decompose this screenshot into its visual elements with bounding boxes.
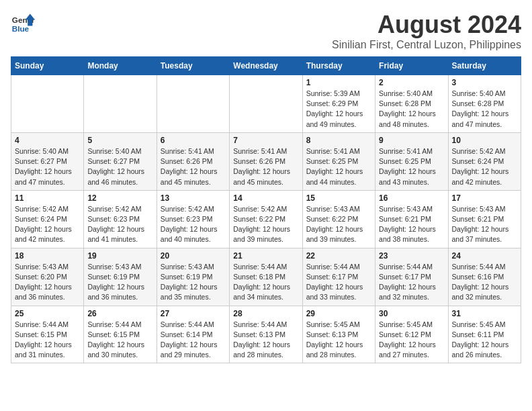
day-info: Sunrise: 5:41 AMSunset: 6:26 PMDaylight:… <box>233 146 298 187</box>
day-info: Sunrise: 5:42 AMSunset: 6:23 PMDaylight:… <box>161 204 226 245</box>
day-info: Sunrise: 5:45 AMSunset: 6:11 PMDaylight:… <box>452 320 517 361</box>
calendar-cell: 3Sunrise: 5:40 AMSunset: 6:28 PMDaylight… <box>448 75 521 133</box>
calendar-cell: 5Sunrise: 5:40 AMSunset: 6:27 PMDaylight… <box>84 132 157 190</box>
calendar-cell: 31Sunrise: 5:45 AMSunset: 6:11 PMDayligh… <box>448 306 521 363</box>
day-number: 2 <box>379 78 444 87</box>
svg-text:Blue: Blue <box>12 24 30 33</box>
day-info: Sunrise: 5:41 AMSunset: 6:25 PMDaylight:… <box>379 146 444 187</box>
calendar-cell: 22Sunrise: 5:44 AMSunset: 6:17 PMDayligh… <box>302 248 375 306</box>
day-number: 19 <box>87 251 152 261</box>
day-info: Sunrise: 5:40 AMSunset: 6:28 PMDaylight:… <box>452 89 517 130</box>
day-info: Sunrise: 5:42 AMSunset: 6:24 PMDaylight:… <box>15 204 80 245</box>
day-info: Sunrise: 5:40 AMSunset: 6:27 PMDaylight:… <box>87 146 152 187</box>
day-info: Sunrise: 5:40 AMSunset: 6:28 PMDaylight:… <box>379 89 444 130</box>
day-number: 14 <box>233 193 298 203</box>
day-number: 5 <box>87 136 152 145</box>
day-info: Sunrise: 5:43 AMSunset: 6:21 PMDaylight:… <box>379 204 444 245</box>
calendar-table: SundayMondayTuesdayWednesdayThursdayFrid… <box>11 56 521 363</box>
header-row: SundayMondayTuesdayWednesdayThursdayFrid… <box>11 57 521 75</box>
day-of-week-header: Monday <box>84 57 157 75</box>
logo: General Blue <box>11 11 35 35</box>
calendar-cell: 14Sunrise: 5:42 AMSunset: 6:22 PMDayligh… <box>230 190 302 248</box>
calendar-cell: 17Sunrise: 5:43 AMSunset: 6:21 PMDayligh… <box>448 190 521 248</box>
calendar-body: 1Sunrise: 5:39 AMSunset: 6:29 PMDaylight… <box>11 75 521 363</box>
calendar-cell <box>230 75 302 133</box>
day-number: 3 <box>452 78 517 87</box>
month-year: August 2024 <box>332 11 521 39</box>
calendar-cell: 13Sunrise: 5:42 AMSunset: 6:23 PMDayligh… <box>157 190 229 248</box>
calendar-header: SundayMondayTuesdayWednesdayThursdayFrid… <box>11 57 521 75</box>
day-number: 21 <box>233 251 298 261</box>
day-of-week-header: Saturday <box>448 57 521 75</box>
calendar-cell: 30Sunrise: 5:45 AMSunset: 6:12 PMDayligh… <box>375 306 448 363</box>
calendar-week-row: 4Sunrise: 5:40 AMSunset: 6:27 PMDaylight… <box>11 132 521 190</box>
day-number: 25 <box>15 309 80 318</box>
calendar-cell <box>84 75 157 133</box>
day-info: Sunrise: 5:43 AMSunset: 6:19 PMDaylight:… <box>87 262 152 303</box>
day-info: Sunrise: 5:43 AMSunset: 6:21 PMDaylight:… <box>452 204 517 245</box>
day-number: 26 <box>87 309 152 318</box>
day-info: Sunrise: 5:44 AMSunset: 6:13 PMDaylight:… <box>233 320 298 361</box>
calendar-cell <box>11 75 84 133</box>
day-number: 13 <box>161 193 226 203</box>
calendar-week-row: 11Sunrise: 5:42 AMSunset: 6:24 PMDayligh… <box>11 190 521 248</box>
day-number: 9 <box>379 136 444 145</box>
day-info: Sunrise: 5:44 AMSunset: 6:17 PMDaylight:… <box>379 262 444 303</box>
day-number: 16 <box>379 193 444 203</box>
day-info: Sunrise: 5:42 AMSunset: 6:24 PMDaylight:… <box>452 146 517 187</box>
calendar-cell: 12Sunrise: 5:42 AMSunset: 6:23 PMDayligh… <box>84 190 157 248</box>
calendar-cell: 1Sunrise: 5:39 AMSunset: 6:29 PMDaylight… <box>302 75 375 133</box>
day-number: 29 <box>306 309 371 318</box>
calendar-cell: 15Sunrise: 5:43 AMSunset: 6:22 PMDayligh… <box>302 190 375 248</box>
calendar-week-row: 1Sunrise: 5:39 AMSunset: 6:29 PMDaylight… <box>11 75 521 133</box>
day-of-week-header: Sunday <box>11 57 84 75</box>
calendar-cell: 19Sunrise: 5:43 AMSunset: 6:19 PMDayligh… <box>84 248 157 306</box>
day-info: Sunrise: 5:42 AMSunset: 6:23 PMDaylight:… <box>87 204 152 245</box>
calendar-cell: 9Sunrise: 5:41 AMSunset: 6:25 PMDaylight… <box>375 132 448 190</box>
calendar-cell: 11Sunrise: 5:42 AMSunset: 6:24 PMDayligh… <box>11 190 84 248</box>
day-info: Sunrise: 5:43 AMSunset: 6:19 PMDaylight:… <box>161 262 226 303</box>
day-number: 17 <box>452 193 517 203</box>
day-number: 7 <box>233 136 298 145</box>
calendar-cell: 27Sunrise: 5:44 AMSunset: 6:14 PMDayligh… <box>157 306 229 363</box>
logo-icon: General Blue <box>11 11 35 35</box>
calendar-week-row: 18Sunrise: 5:43 AMSunset: 6:20 PMDayligh… <box>11 248 521 306</box>
day-number: 24 <box>452 251 517 261</box>
day-info: Sunrise: 5:44 AMSunset: 6:18 PMDaylight:… <box>233 262 298 303</box>
calendar-cell: 21Sunrise: 5:44 AMSunset: 6:18 PMDayligh… <box>230 248 302 306</box>
calendar-cell: 24Sunrise: 5:44 AMSunset: 6:16 PMDayligh… <box>448 248 521 306</box>
calendar-cell: 16Sunrise: 5:43 AMSunset: 6:21 PMDayligh… <box>375 190 448 248</box>
calendar-cell: 28Sunrise: 5:44 AMSunset: 6:13 PMDayligh… <box>230 306 302 363</box>
page-header: General Blue August 2024 Sinilian First,… <box>11 11 521 51</box>
location: Sinilian First, Central Luzon, Philippin… <box>332 39 521 51</box>
day-number: 28 <box>233 309 298 318</box>
day-number: 10 <box>452 136 517 145</box>
day-info: Sunrise: 5:44 AMSunset: 6:15 PMDaylight:… <box>87 320 152 361</box>
day-info: Sunrise: 5:44 AMSunset: 6:17 PMDaylight:… <box>306 262 371 303</box>
day-number: 4 <box>15 136 80 145</box>
day-number: 15 <box>306 193 371 203</box>
calendar-cell: 7Sunrise: 5:41 AMSunset: 6:26 PMDaylight… <box>230 132 302 190</box>
day-info: Sunrise: 5:40 AMSunset: 6:27 PMDaylight:… <box>15 146 80 187</box>
calendar-cell: 18Sunrise: 5:43 AMSunset: 6:20 PMDayligh… <box>11 248 84 306</box>
day-info: Sunrise: 5:41 AMSunset: 6:26 PMDaylight:… <box>161 146 226 187</box>
day-number: 18 <box>15 251 80 261</box>
day-number: 31 <box>452 309 517 318</box>
day-number: 1 <box>306 78 371 87</box>
day-info: Sunrise: 5:42 AMSunset: 6:22 PMDaylight:… <box>233 204 298 245</box>
day-number: 12 <box>87 193 152 203</box>
calendar-cell: 2Sunrise: 5:40 AMSunset: 6:28 PMDaylight… <box>375 75 448 133</box>
day-number: 8 <box>306 136 371 145</box>
day-info: Sunrise: 5:44 AMSunset: 6:15 PMDaylight:… <box>15 320 80 361</box>
day-number: 30 <box>379 309 444 318</box>
calendar-cell: 8Sunrise: 5:41 AMSunset: 6:25 PMDaylight… <box>302 132 375 190</box>
day-info: Sunrise: 5:44 AMSunset: 6:14 PMDaylight:… <box>161 320 226 361</box>
calendar-cell: 20Sunrise: 5:43 AMSunset: 6:19 PMDayligh… <box>157 248 229 306</box>
day-number: 22 <box>306 251 371 261</box>
calendar-cell: 25Sunrise: 5:44 AMSunset: 6:15 PMDayligh… <box>11 306 84 363</box>
calendar-cell: 4Sunrise: 5:40 AMSunset: 6:27 PMDaylight… <box>11 132 84 190</box>
day-info: Sunrise: 5:45 AMSunset: 6:12 PMDaylight:… <box>379 320 444 361</box>
day-info: Sunrise: 5:43 AMSunset: 6:22 PMDaylight:… <box>306 204 371 245</box>
day-of-week-header: Friday <box>375 57 448 75</box>
day-number: 27 <box>161 309 226 318</box>
